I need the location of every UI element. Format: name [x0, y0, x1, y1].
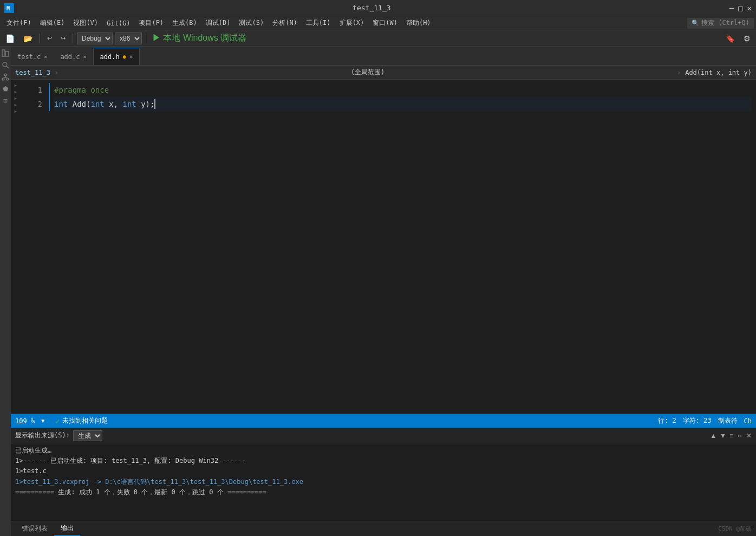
output-wrap-button[interactable]: ↔: [737, 432, 743, 440]
no-issues-icon: ✓: [55, 417, 60, 425]
activity-debug-icon[interactable]: ⬟: [1, 85, 10, 93]
menu-extensions[interactable]: 扩展(X): [335, 17, 369, 29]
output-scroll-down-button[interactable]: ▼: [720, 432, 726, 440]
output-clear-button[interactable]: ≡: [729, 432, 733, 440]
output-line-4: 1>test_11_3.vcxproj -> D:\c语言代码\test_11_…: [15, 477, 752, 487]
menu-test[interactable]: 测试(S): [234, 17, 268, 29]
tab-test-c-modified: ✕: [44, 54, 47, 60]
code-pragma: #pragma once: [54, 83, 109, 97]
tab-add-c-label: add.c: [60, 53, 80, 61]
text-cursor: [154, 99, 155, 109]
encoding-info: Ch: [744, 417, 752, 425]
code-line-2: int Add( int x, int y);: [54, 97, 752, 111]
new-file-button[interactable]: 📄: [2, 33, 18, 44]
menu-analyze[interactable]: 分析(N): [268, 17, 302, 29]
v-icon-5: ▶: [15, 109, 17, 114]
line-numbers: 1 2: [21, 80, 48, 414]
output-source-select[interactable]: 生成: [73, 430, 102, 441]
code-panel: 1 2 #pragma once int Add( int: [21, 80, 756, 414]
code-int-x: int: [90, 97, 104, 111]
svg-text:M: M: [6, 5, 10, 11]
code-x-param: x,: [105, 97, 123, 111]
title-bar-left: M: [4, 3, 14, 13]
menu-git[interactable]: Git(G): [102, 18, 134, 28]
zoom-dropdown-icon[interactable]: ▼: [41, 418, 44, 424]
v-icon-3: ▶: [15, 96, 17, 101]
nav-project-label: test_11_3: [15, 69, 50, 76]
open-button[interactable]: 📂: [20, 33, 36, 44]
search-box[interactable]: 🔍 搜索 (Ctrl+Q): [687, 18, 754, 29]
menu-file[interactable]: 文件(F): [2, 17, 36, 29]
editor-panel: test.c ✕ add.c ✕ add.h ● ✕ test_11_3 › (…: [11, 47, 756, 536]
close-button[interactable]: ✕: [747, 4, 752, 12]
line-info: 行: 2: [658, 416, 676, 425]
menu-help[interactable]: 帮助(H): [402, 17, 435, 29]
svg-point-4: [3, 62, 7, 67]
activity-search-icon[interactable]: [1, 61, 10, 69]
v-icon-1: ▶: [15, 83, 17, 88]
menu-bar: 文件(F) 编辑(E) 视图(V) Git(G) 项目(P) 生成(B) 调试(…: [0, 16, 756, 30]
window-controls: ─ □ ✕: [729, 4, 752, 12]
tab-error-list[interactable]: 错误列表: [15, 522, 54, 535]
menu-project[interactable]: 项目(P): [134, 17, 168, 29]
activity-git-icon[interactable]: [1, 73, 10, 81]
undo-button[interactable]: ↩: [44, 34, 55, 43]
nav-sep-2: ›: [677, 69, 681, 76]
search-icon: 🔍: [692, 20, 699, 27]
nav-function-dropdown[interactable]: Add(int x, int y): [685, 69, 752, 76]
nav-sep-1: ›: [55, 69, 58, 76]
tab-output[interactable]: 输出: [54, 521, 80, 536]
menu-window[interactable]: 窗口(W): [368, 17, 402, 29]
svg-line-11: [5, 78, 8, 78]
svg-rect-3: [5, 51, 9, 56]
menu-edit[interactable]: 编辑(E): [36, 17, 69, 29]
zoom-level[interactable]: 109 %: [15, 417, 35, 425]
svg-point-6: [4, 74, 6, 76]
tab-add-c[interactable]: add.c ✕: [54, 48, 93, 65]
menu-view[interactable]: 视图(V): [69, 17, 102, 29]
output-scroll-up-button[interactable]: ▲: [710, 432, 716, 440]
line-number-1: 1: [21, 83, 42, 97]
menu-build[interactable]: 生成(B): [168, 17, 201, 29]
no-issues-indicator[interactable]: ✓ 未找到相关问题: [55, 416, 107, 425]
maximize-button[interactable]: □: [738, 4, 742, 12]
svg-line-5: [6, 66, 9, 68]
settings-button[interactable]: ⚙: [740, 33, 754, 44]
menu-debug[interactable]: 调试(D): [201, 17, 235, 29]
bookmark-button[interactable]: 🔖: [722, 33, 738, 44]
toolbar-sep-2: [73, 34, 73, 43]
tab-test-c[interactable]: test.c ✕: [11, 48, 54, 65]
code-editor[interactable]: #pragma once int Add( int x, int y);: [50, 80, 756, 414]
platform-select[interactable]: x86: [115, 33, 142, 44]
v-icon-2: ▶: [15, 89, 17, 94]
search-placeholder: 搜索 (Ctrl+Q): [701, 18, 750, 28]
code-y-param: y);: [136, 97, 155, 111]
output-content: 已启动生成… 1>------ 已启动生成: 项目: test_11_3, 配置…: [11, 443, 756, 521]
output-close-button[interactable]: ✕: [746, 432, 752, 440]
line-number-2: 2: [21, 97, 42, 111]
vs-logo-icon: M: [4, 3, 14, 13]
nav-bar: test_11_3 › (全局范围) › Add(int x, int y): [11, 66, 756, 80]
run-debugger-button[interactable]: ▶ 本地 Windows 调试器: [150, 33, 249, 44]
minimize-button[interactable]: ─: [729, 4, 734, 12]
output-line-2: 1>------ 已启动生成: 项目: test_11_3, 配置: Debug…: [15, 456, 752, 466]
tab-add-h-label: add.h: [100, 53, 120, 61]
no-issues-label: 未找到相关问题: [62, 416, 108, 425]
redo-button[interactable]: ↪: [57, 34, 69, 43]
debug-config-select[interactable]: Debug: [77, 33, 113, 44]
code-add-func: Add(: [68, 97, 90, 111]
tab-add-h[interactable]: add.h ● ✕: [93, 48, 140, 65]
vertical-icons: ▶ ▶ ▶ ▶ ▶: [11, 80, 21, 414]
tab-bar: test.c ✕ add.c ✕ add.h ● ✕: [11, 47, 756, 66]
char-info: 字符: 23: [683, 416, 712, 425]
activity-extensions-icon[interactable]: ⊞: [1, 96, 10, 105]
activity-explorer-icon[interactable]: [1, 49, 10, 57]
output-toolbar: 显示输出来源(S): 生成 ▲ ▼ ≡ ↔ ✕: [11, 428, 756, 443]
toolbar: 📄 📂 ↩ ↪ Debug x86 ▶ 本地 Windows 调试器 🔖 ⚙: [0, 30, 756, 47]
menu-tools[interactable]: 工具(I): [302, 17, 335, 29]
nav-scope-dropdown[interactable]: (全局范围): [63, 68, 673, 77]
watermark: CSDN @郝硕: [718, 525, 752, 533]
output-source-label: 显示输出来源(S):: [15, 431, 70, 440]
tab-add-h-close-button[interactable]: ✕: [129, 53, 133, 60]
code-line-1: #pragma once: [54, 83, 752, 97]
